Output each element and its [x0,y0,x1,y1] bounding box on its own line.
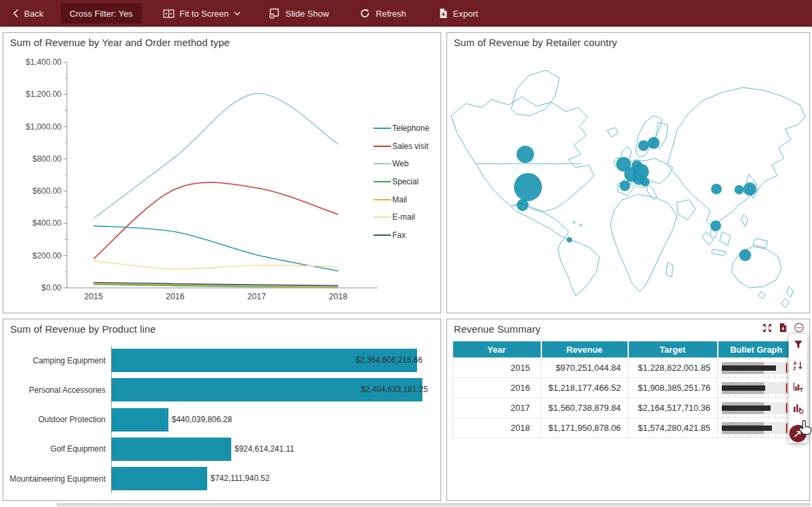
top-bottom-icon[interactable] [793,381,803,395]
x-axis-tick-label: 2017 [247,292,266,301]
cell-bullet-graph [718,358,795,378]
bullet-target-marker [786,424,787,433]
map-bubble-finland[interactable] [648,137,660,149]
map-bubble-canada[interactable] [517,146,534,163]
bullet-axis-ticks [722,375,790,377]
legend-item-web[interactable]: Web [374,155,429,173]
slide-show-button[interactable]: Slide Show [262,0,335,27]
x-axis-tick-label: 2016 [166,292,184,301]
legend-item-telephone[interactable]: Telephone [374,120,429,138]
y-axis-tick-label: $800.00 [33,154,62,164]
back-label: Back [24,9,43,19]
bar-category-label: Personal Accessories [3,378,106,401]
map-bubble-brazil[interactable] [567,237,572,242]
legend-label: Web [392,159,408,168]
line-series-telephone[interactable] [94,226,338,271]
bullet-graph [722,422,790,434]
drill-through-icon [793,429,803,438]
map-bubble-netherlands[interactable] [632,160,642,171]
bullet-axis-ticks [722,415,790,417]
column-header-year[interactable]: Year [453,341,541,358]
sort-icon[interactable]: A Z [793,360,803,373]
cell-bullet-graph [718,418,795,438]
export-button[interactable]: Export [432,0,485,27]
map-bubble-united-states[interactable] [514,173,542,201]
legend-swatch [374,181,391,182]
column-header-bullet-graph[interactable]: Bullet Graph [718,341,795,358]
line-series-web[interactable] [94,94,338,218]
bar-golf-equipment[interactable] [112,438,231,461]
bar-row: Outdoor Protection$440,039,806.28 [3,408,440,432]
back-button[interactable]: Back [5,0,50,27]
legend-swatch [374,146,391,147]
bullet-measure-bar [722,365,776,371]
expand-icon[interactable] [763,323,772,335]
more-options-icon[interactable] [794,323,804,335]
bullet-measure-bar [722,426,772,431]
y-axis-tick-label: $1,200.00 [26,90,62,99]
fit-to-screen-icon [163,9,174,19]
map-bubble-singapore[interactable] [710,220,721,231]
map-bubble-sweden[interactable] [638,140,649,151]
table-row[interactable]: 2015$970,251,044.84$1,228,822,001.85 [453,358,795,378]
table-row[interactable]: 2016$1,218,177,466.52$1,908,385,251.76 [453,378,795,398]
map-bubble-spain[interactable] [620,180,630,191]
bar-row: Mountaineering Equipment$742,111,940.52 [3,467,440,490]
drill-through-button[interactable] [789,425,807,442]
bullet-graph [722,402,790,414]
map-bubble-japan[interactable] [743,182,757,196]
y-axis-tick-label: $0.00 [41,283,61,293]
legend-label: Sales visit [392,142,428,151]
filter-icon[interactable] [793,340,803,352]
bullet-axis-ticks [722,395,790,397]
column-header-revenue[interactable]: Revenue [541,341,628,358]
map-bubble-italy[interactable] [640,177,650,186]
bullet-axis-ticks [722,436,790,437]
legend-swatch [374,234,391,236]
map-bubble-south-korea[interactable] [734,185,744,194]
legend-item-special[interactable]: Special [374,173,429,191]
legend-item-sales-visit[interactable]: Sales visit [374,138,429,156]
map-bubble-australia[interactable] [739,249,751,261]
cross-filter-toggle[interactable]: Cross Filter: Yes [61,3,142,23]
cell-revenue: $1,218,177,466.52 [541,378,628,398]
y-axis-tick-label: $200.00 [33,251,62,261]
slide-show-icon [269,8,280,19]
svg-text:A: A [793,361,797,365]
legend-item-e-mail[interactable]: E-mail [374,208,429,226]
table-row[interactable]: 2018$1,171,950,878.06$1,574,280,421.85 [453,418,795,438]
app-toolbar: Back Cross Filter: Yes Fit to Screen Sli… [0,0,812,27]
world-map[interactable] [447,50,809,313]
cell-year: 2018 [453,418,541,438]
legend-swatch [374,128,391,129]
bullet-graph [722,382,790,394]
cell-year: 2015 [453,358,541,378]
map-bubble-china[interactable] [711,184,722,194]
legend-label: Telephone [392,124,429,133]
x-axis-tick-label: 2015 [84,292,103,301]
fit-to-screen-button[interactable]: Fit to Screen [156,0,248,27]
refresh-button[interactable]: Refresh [353,0,413,27]
summarize-icon[interactable] [793,403,803,416]
bar-category-label: Outdoor Protection [3,408,106,432]
bar-outdoor-protection[interactable] [112,408,168,432]
column-header-target[interactable]: Target [628,341,718,358]
bar-mountaineering-equipment[interactable] [112,467,207,490]
cell-revenue: $1,171,950,878.06 [541,418,628,438]
horizontal-scrollbar[interactable] [56,503,811,506]
table-row[interactable]: 2017$1,560,738,879.84$2,164,517,710.36 [453,398,795,418]
export-data-icon[interactable] [779,323,787,335]
revenue-summary-title: Revenue Summary [454,323,541,335]
bar-value-label: $742,111,940.52 [211,474,269,483]
cell-target: $1,228,822,001.85 [628,358,718,378]
legend-item-mail[interactable]: Mail [374,190,429,208]
line-series-sales-visit[interactable] [94,182,338,259]
legend-item-fax[interactable]: Fax [374,226,429,244]
bar-value-label: $2,364,606,216.66 [356,355,422,365]
line-series-e-mail[interactable] [94,261,338,269]
map-title: Sum of Revenue by Retailer country [454,37,617,48]
legend-swatch [374,163,391,164]
bullet-graph [722,362,790,374]
revenue-summary-table[interactable]: YearRevenueTargetBullet Graph 2015$970,2… [452,341,795,438]
map-bubble-mexico[interactable] [517,199,529,211]
